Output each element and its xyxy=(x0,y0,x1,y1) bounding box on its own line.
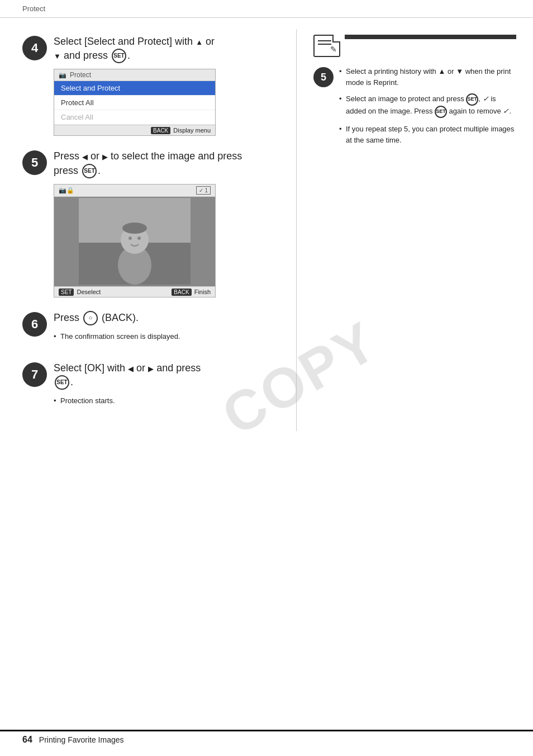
note-lines xyxy=(318,40,331,45)
step-6-block: 6 Press ○ (BACK). The confirmation scree… xyxy=(22,311,274,348)
arrow-left-icon xyxy=(82,150,88,162)
page-header-title: Protect xyxy=(22,4,45,13)
step-5-or: or xyxy=(91,150,99,162)
camera-menu-screen: 📷 Protect Select and Protect Protect All… xyxy=(54,69,216,136)
svg-point-6 xyxy=(137,237,141,240)
right-bullet-3: If you repeat step 5, you can protect mu… xyxy=(339,124,516,145)
right-column: 5 Select a printing history with or when… xyxy=(296,29,533,431)
image-screen: 📷🔒 ✓ 1 xyxy=(54,184,216,297)
menu-item-select-protect: Select and Protect xyxy=(54,81,215,96)
step-6-number: 6 xyxy=(22,312,47,337)
left-column: 4 Select [Select and Protect] with or an… xyxy=(0,29,296,431)
step-5-text: Press or to select the image and press p… xyxy=(54,149,274,178)
step-5-content: Press or to select the image and press p… xyxy=(54,149,274,297)
back-circle-icon: ○ xyxy=(83,311,98,325)
set-btn-r2: SET xyxy=(466,93,478,106)
main-layout: 4 Select [Select and Protect] with or an… xyxy=(0,18,533,442)
back-label: BACK xyxy=(151,127,170,134)
image-screen-body xyxy=(54,197,215,286)
set-button-icon-5: SET xyxy=(82,164,97,178)
svg-point-7 xyxy=(122,223,147,234)
note-header-bar xyxy=(345,35,516,39)
step-7-select: Select [OK] with xyxy=(54,362,125,374)
camera-icon: 📷 xyxy=(59,72,66,79)
set-button-icon-4: SET xyxy=(112,49,126,63)
image-screen-icons: 📷🔒 xyxy=(59,187,74,194)
note-icon xyxy=(313,35,340,57)
right-step-5-block: 5 Select a printing history with or when… xyxy=(313,66,516,151)
step-4-block: 4 Select [Select and Protect] with or an… xyxy=(22,35,274,136)
screen-header: 📷 Protect xyxy=(54,69,215,81)
arrow-right-icon-7 xyxy=(148,362,154,374)
step-6-press: Press xyxy=(54,312,79,323)
menu-item-cancel-all: Cancel All xyxy=(54,110,215,125)
step-5-press2: press xyxy=(54,165,81,176)
step-7-content: Select [OK] with or and press SET. Prote… xyxy=(54,361,274,412)
step-4-text-select: Select [Select and Protect] with xyxy=(54,36,193,47)
arrow-down-icon xyxy=(54,50,61,61)
step-4-text-or1: or xyxy=(206,36,215,47)
right-bullet-1: Select a printing history with or when t… xyxy=(339,66,516,88)
step-5-select: to select the image and press xyxy=(111,150,242,162)
set-label: SET xyxy=(59,289,74,296)
page-number: 64 xyxy=(22,735,32,745)
page-footer-title: Printing Favorite Images xyxy=(39,735,124,744)
image-screen-header: 📷🔒 ✓ 1 xyxy=(54,185,215,197)
step-7-number: 7 xyxy=(22,362,47,387)
arrow-right-icon xyxy=(102,150,108,162)
step-4-text: Select [Select and Protect] with or and … xyxy=(54,35,274,63)
set-btn-r2b: SET xyxy=(435,106,447,118)
step-7-block: 7 Select [OK] with or and press SET. Pro… xyxy=(22,361,274,412)
checkmark-r2: ✓ xyxy=(483,94,489,103)
set-button-icon-7: SET xyxy=(55,375,69,390)
image-screen-footer: SET Deselect BACK Finish xyxy=(54,286,215,297)
step-6-bullet: The confirmation screen is displayed. xyxy=(54,331,274,342)
child-photo-svg xyxy=(79,198,191,285)
svg-point-5 xyxy=(129,237,132,240)
step-4-content: Select [Select and Protect] with or and … xyxy=(54,35,274,136)
image-screen-counter: ✓ 1 xyxy=(196,186,211,195)
step-6-text: Press ○ (BACK). xyxy=(54,311,274,325)
right-step-5-content: Select a printing history with or when t… xyxy=(339,66,516,151)
arrow-up-r1 xyxy=(438,67,445,75)
image-footer-right: BACK Finish xyxy=(172,289,211,295)
step-5-block: 5 Press or to select the image and press… xyxy=(22,149,274,297)
back-label-img: BACK xyxy=(172,289,191,296)
step-4-text-and-press: and press xyxy=(64,50,111,61)
note-line-2 xyxy=(318,44,331,45)
step-4-number: 4 xyxy=(22,36,47,60)
step-7-or: or xyxy=(136,362,145,374)
right-bullet-2: Select an image to protect and press SET… xyxy=(339,93,516,118)
right-step-5-number: 5 xyxy=(313,67,334,87)
arrow-down-r1 xyxy=(456,67,463,75)
page-header: Protect xyxy=(0,0,533,18)
arrow-up-icon xyxy=(196,36,203,47)
note-line-1 xyxy=(318,40,331,41)
page-footer: 64 Printing Favorite Images xyxy=(0,730,533,745)
step-6-back: (BACK). xyxy=(102,312,139,323)
menu-item-protect-all: Protect All xyxy=(54,96,215,110)
note-icon-container xyxy=(313,35,516,57)
screen-footer: BACK Display menu xyxy=(54,125,215,135)
screen-menu-title: Protect xyxy=(70,71,211,79)
step-5-number: 5 xyxy=(22,150,47,175)
step-6-content: Press ○ (BACK). The confirmation screen … xyxy=(54,311,274,348)
step-7-text: Select [OK] with or and press SET. xyxy=(54,361,274,390)
arrow-left-icon-7 xyxy=(128,362,134,374)
step-7-and-press: and press xyxy=(156,362,201,374)
screen-footer-text: Display menu xyxy=(173,127,211,134)
image-footer-left: SET Deselect xyxy=(59,289,101,295)
checkmark-r2b: ✓ xyxy=(503,107,509,115)
step-7-bullet: Protection starts. xyxy=(54,395,274,407)
step-5-press: Press xyxy=(54,150,79,162)
